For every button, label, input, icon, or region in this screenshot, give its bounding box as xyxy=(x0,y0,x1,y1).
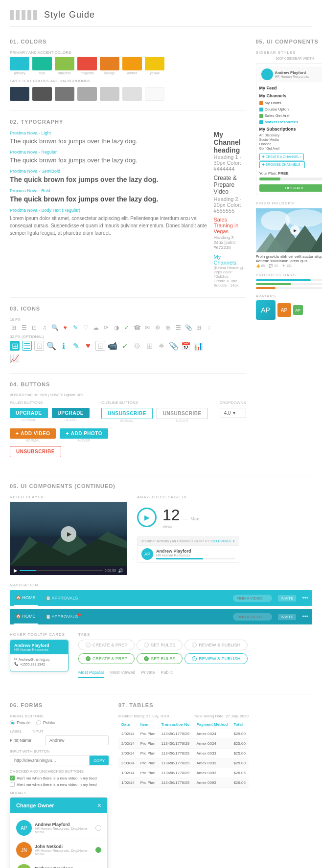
tab-set-rules-done[interactable]: ✓ SET RULES xyxy=(137,653,183,664)
typo-bold-label: Proxima Nova - Bold xyxy=(10,188,209,193)
sub-social[interactable]: Social Media95 xyxy=(259,137,322,142)
typo-light-text: The quick brown fox jumps over the lazy … xyxy=(10,137,209,145)
tab-underline-public[interactable]: Public xyxy=(161,670,173,678)
channel-subheading-note: Heading 2 - 20px Color: #555555 xyxy=(214,196,246,214)
checkboxes-label: CHECKED AND UNCHECKED BUTTONS xyxy=(10,769,109,774)
video-likes: 👍 65 xyxy=(256,264,265,268)
typo-body-label: Proxima Nova - Body Text (Regular) xyxy=(10,208,209,213)
nav-item-approvals-1[interactable]: 📋 APPROVALS xyxy=(44,590,80,606)
add-video-button[interactable]: + ADD VIDEO xyxy=(10,428,56,439)
first-name-input[interactable] xyxy=(45,735,109,745)
radio-private[interactable]: Private xyxy=(10,720,30,725)
radio-public[interactable]: Public xyxy=(36,720,55,725)
upgrade-plan-button[interactable]: UPGRADE xyxy=(259,184,322,192)
modal-label: MODALS xyxy=(10,791,109,795)
nav-more-icon-2[interactable]: ••• xyxy=(302,613,308,620)
plan-progress-bar xyxy=(259,178,322,180)
tab-create-prep-done[interactable]: ✓ CREATE & PREP xyxy=(78,653,135,664)
col-item: Item xyxy=(138,720,159,729)
nav-item-approvals-2[interactable]: 📋 APPROVALS xyxy=(44,614,80,619)
sidebar-channel-market[interactable]: Market Resources xyxy=(259,119,322,125)
sidebar-channel-sales[interactable]: Sales Get Areli xyxy=(259,112,322,119)
channel-dot-drafts xyxy=(259,101,263,105)
analytics-channel-row: AP Andrew Playford HR Human Resources xyxy=(138,545,239,562)
url-input[interactable] xyxy=(10,756,90,765)
tabs-label: TABS xyxy=(78,632,248,637)
tab-set-rules-inactive[interactable]: ○ SET RULES xyxy=(137,640,183,650)
sub-art[interactable]: Art Discovery1050 xyxy=(259,133,322,137)
analytics-user-name: Andrew Playford xyxy=(156,549,235,554)
channel-subheading: Create & Prepare Video xyxy=(214,175,246,195)
sort-option[interactable]: RELEVANCE ▾ xyxy=(211,539,235,543)
unsubscribe-red-button[interactable]: UNSUBSCRIBE xyxy=(10,446,61,457)
sub-golf[interactable]: Golf Get Areli48 xyxy=(259,146,322,151)
ui-components-section-title: 05. UI COMPONENTS xyxy=(256,39,322,45)
unsubscribe-button-hover[interactable]: UNSUBSCRIBE xyxy=(157,408,208,419)
sub-finance[interactable]: Finance18 xyxy=(259,142,322,146)
dropdown-button[interactable]: 4.0 ▾ xyxy=(220,408,246,418)
add-photo-button[interactable]: + ADD PHOTO xyxy=(60,428,108,439)
video-progress-fill xyxy=(20,570,36,571)
tab-underline-most-viewed[interactable]: Most Viewed xyxy=(110,670,135,678)
data-table: Date Item Transaction No. Payment Method… xyxy=(118,720,249,788)
nav-invite-button-1[interactable]: INVITE xyxy=(278,595,297,601)
video-progress-bg[interactable] xyxy=(20,570,103,571)
tabs-row-active: ✓ CREATE & PREP ✓ SET RULES ○ REVIEW & P… xyxy=(78,653,248,664)
tooltip-card: Andrew Playford HR Human Resources ✉ And… xyxy=(10,640,69,671)
play-control-button[interactable]: ▶ xyxy=(14,568,18,573)
typo-body-text: Lorem ipsum dolor sit amet, consectetur … xyxy=(10,215,209,237)
resize-icon: ↕ xyxy=(205,324,213,332)
nav-item-home-1[interactable]: 🏠 HOME xyxy=(14,590,38,606)
create-channel-button[interactable]: ✚ CREATE A CHANNEL › xyxy=(259,154,304,160)
play-icon: ▶ xyxy=(67,531,71,537)
tab-review-publish-inactive[interactable]: ○ REVIEW & PUBLISH xyxy=(184,640,248,650)
browse-channels-button[interactable]: ✚ BROWSE CHANNELS › xyxy=(259,161,305,168)
play-button-icon[interactable]: ▶ xyxy=(290,225,300,235)
analytics-stats: ▶ 12 — Max views xyxy=(137,502,239,533)
grid-icon-lg: ⊞ xyxy=(10,341,20,351)
checkboxes-group: CHECKED AND UNCHECKED BUTTONS ✓ Alert me… xyxy=(10,769,109,787)
tab-underline-private[interactable]: Private xyxy=(141,670,155,678)
nav-search-input-2[interactable] xyxy=(233,613,272,621)
nav-search-input-1[interactable] xyxy=(233,595,272,602)
phone-icon-tooltip: 📞 xyxy=(14,662,19,666)
tab-check-icon-2: ✓ xyxy=(144,656,149,661)
modal-radio-1[interactable] xyxy=(95,825,101,831)
heart-icon: ♥ xyxy=(61,324,69,332)
upgrade-button-normal[interactable]: UPGRADE xyxy=(10,408,48,418)
avatars-label: AVATARS xyxy=(256,294,322,298)
modal-radio-2[interactable] xyxy=(95,847,101,853)
sidebar-channel-course[interactable]: Course Upton 1 xyxy=(259,106,322,112)
sidebar-user-name: Andrew Playford xyxy=(275,70,309,75)
table-row: 3/03/14Pro Plan113456/1778/29Amex 0033$2… xyxy=(118,749,249,758)
video-play-button[interactable]: ▶ xyxy=(61,526,76,542)
volume-icon[interactable]: 🔊 xyxy=(118,568,123,573)
nav-invite-button-2[interactable]: INVITE xyxy=(278,614,297,620)
menu-icon-lg: ☰ xyxy=(22,341,32,351)
music-icon: ♫ xyxy=(41,324,48,332)
tab-underline-most-popular[interactable]: Most Popular xyxy=(78,670,104,678)
channels-header-label: Member Activity (All Channels) xyxy=(141,539,195,543)
tab-create-prep-inactive[interactable]: ○ CREATE & PREP xyxy=(78,640,135,650)
tab-review-publish-active[interactable]: ○ REVIEW & PUBLISH xyxy=(184,653,248,664)
unsubscribe-button-normal[interactable]: UNSUBSCRIBE xyxy=(101,408,153,419)
nav-bar-2: 🏠 HOME 📋 APPROVALS INVITE ••• xyxy=(10,609,312,624)
upgrade-button-hover[interactable]: UPGRADE xyxy=(52,408,90,418)
sidebar-channel-drafts[interactable]: My Drafts xyxy=(259,100,322,106)
sidebar-demo: Andrew Playford HR Human Resources My Fe… xyxy=(256,63,322,195)
checkbox-checked-1[interactable]: ✓ xyxy=(10,776,15,780)
copy-button[interactable]: COPY xyxy=(90,756,109,765)
tab-underline-row: Most Popular Most Viewed Private Public xyxy=(78,667,248,681)
modal-close-button[interactable]: × xyxy=(97,801,101,809)
bar-chart-icon: 📈 xyxy=(10,354,20,363)
modal-body: AP Andrew Playford HR Human Resources, D… xyxy=(10,813,107,868)
table-header-row-element: Date Item Transaction No. Payment Method… xyxy=(118,720,249,729)
checkbox-unchecked-1[interactable] xyxy=(10,782,15,787)
icons-16-row: ⊞ ☰ ⊡ ♫ 🔍 ♥ ✎ ♡ ☁ ⟳ ◑ ✓ ☎ ✉ ⚙ ⊕ ☰ xyxy=(10,324,246,332)
nav-more-icon-1[interactable]: ••• xyxy=(302,595,308,601)
typo-regular-label: Proxima Nova - Regular xyxy=(10,150,209,155)
icons-32-row: ⊞ ☰ ⊡ 🔍 ℹ ✎ ♥ ⊡ 📹 ✓ ⚙ ⊞ ♣ 📎 📅 📊 xyxy=(10,341,246,351)
nav-item-home-2[interactable]: 🏠 HOME xyxy=(14,609,38,624)
grid-icon-lg2: ⊞ xyxy=(144,341,154,351)
tab-circle-icon-1: ○ xyxy=(86,643,91,647)
